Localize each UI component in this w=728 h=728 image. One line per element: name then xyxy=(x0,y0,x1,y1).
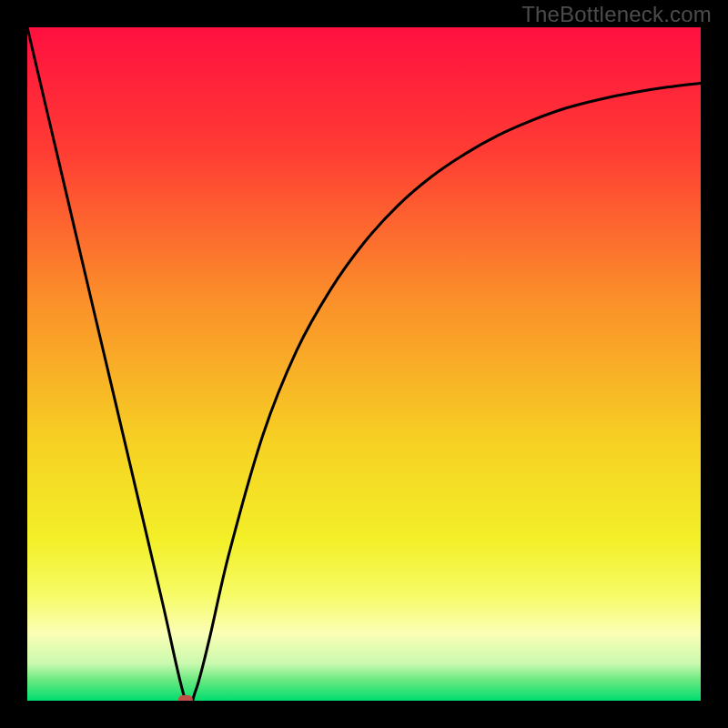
watermark-text: TheBottleneck.com xyxy=(521,2,712,27)
minimum-marker xyxy=(178,695,193,701)
chart-background xyxy=(27,27,701,701)
chart-plot-area xyxy=(27,27,701,701)
chart-svg xyxy=(27,27,701,701)
